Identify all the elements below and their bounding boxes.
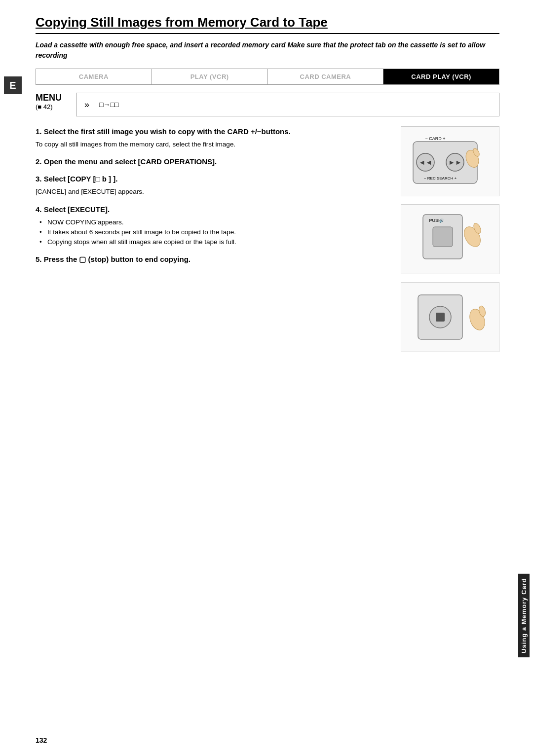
step-1-body: To copy all still images from the memory… bbox=[36, 140, 391, 149]
stop-button-svg bbox=[408, 288, 492, 347]
step-4-bullets: NOW COPYING’appears. It takes about 6 se… bbox=[36, 217, 391, 248]
main-content: Copying Still Images from Memory Card to… bbox=[26, 0, 514, 756]
right-sidebar: Using a Memory Card bbox=[514, 0, 533, 756]
step-2-heading: 2. Open the menu and select [CARD OPERAT… bbox=[36, 156, 391, 167]
svg-rect-12 bbox=[433, 227, 453, 247]
svg-text:►►: ►► bbox=[448, 158, 462, 166]
svg-text:− CARD +: − CARD + bbox=[425, 136, 445, 141]
diagram-stop-button bbox=[401, 282, 499, 352]
step-5-text: Press the ▢ (stop) button to end copying… bbox=[44, 255, 190, 263]
step-4-bullet-1: NOW COPYING’appears. bbox=[39, 217, 391, 227]
diagrams-column: − CARD + ◄◄ ►► − REC SEARCH + bbox=[401, 126, 499, 352]
step-4: 4. Select [EXECUTE]. NOW COPYING’appears… bbox=[36, 204, 391, 248]
step-4-bullet-3: Copying stops when all still images are … bbox=[39, 237, 391, 247]
step-3-number: 3 bbox=[36, 175, 39, 183]
diagram-card-controls: − CARD + ◄◄ ►► − REC SEARCH + bbox=[401, 126, 499, 196]
step-3: 3. Select [COPY [□ b ] ]. [CANCEL] and [… bbox=[36, 174, 391, 197]
tab-camera[interactable]: CAMERA bbox=[36, 69, 152, 84]
page-subtitle: Load a cassette with enough free space, … bbox=[36, 40, 499, 61]
step-1: 1. Select the first still image you wish… bbox=[36, 126, 391, 149]
step-2: 2. Open the menu and select [CARD OPERAT… bbox=[36, 156, 391, 167]
tab-card-camera[interactable]: CARD CAMERA bbox=[268, 69, 384, 84]
menu-arrow-icon: » bbox=[84, 100, 89, 110]
push-button-svg: PUSH 🔊 bbox=[408, 210, 492, 269]
menu-box: » □→□□ bbox=[76, 93, 499, 116]
step-4-bullet-2: It takes about 6 seconds per still image… bbox=[39, 227, 391, 237]
step-5-number: 5 bbox=[36, 255, 39, 263]
step-1-text: Select the first still image you wish to… bbox=[44, 127, 291, 136]
svg-text:🔊: 🔊 bbox=[439, 218, 444, 223]
menu-ref: (■ 42) bbox=[36, 103, 70, 110]
step-3-body: [CANCEL] and [EXECUTE] appears. bbox=[36, 187, 391, 197]
svg-rect-17 bbox=[436, 313, 445, 322]
step-3-heading: 3. Select [COPY [□ b ] ]. bbox=[36, 174, 391, 184]
step-4-text: Select [EXECUTE]. bbox=[44, 205, 110, 214]
step-1-heading: 1. Select the first still image you wish… bbox=[36, 126, 391, 137]
menu-label: MENU bbox=[36, 93, 70, 103]
page-number: 132 bbox=[36, 736, 47, 744]
tab-play-vcr[interactable]: PLAY (VCR) bbox=[152, 69, 268, 84]
steps-column: 1. Select the first still image you wish… bbox=[36, 126, 391, 352]
svg-text:◄◄: ◄◄ bbox=[419, 158, 432, 166]
menu-icon-group: □→□□ bbox=[99, 101, 118, 108]
step-4-heading: 4. Select [EXECUTE]. bbox=[36, 204, 391, 215]
mode-tabs-row: CAMERA PLAY (VCR) CARD CAMERA CARD PLAY … bbox=[36, 69, 499, 85]
sidebar-letter: E bbox=[4, 76, 22, 94]
step-5: 5. Press the ▢ (stop) button to end copy… bbox=[36, 254, 391, 264]
left-sidebar: E bbox=[0, 0, 26, 756]
step-5-heading: 5. Press the ▢ (stop) button to end copy… bbox=[36, 254, 391, 264]
svg-text:− REC SEARCH +: − REC SEARCH + bbox=[424, 176, 457, 180]
content-area: 1. Select the first still image you wish… bbox=[36, 126, 499, 352]
page-title: Copying Still Images from Memory Card to… bbox=[36, 15, 499, 34]
rotated-label: Using a Memory Card bbox=[518, 574, 530, 657]
diagram-push-button: PUSH 🔊 bbox=[401, 204, 499, 274]
menu-row: MENU (■ 42) » □→□□ bbox=[36, 93, 499, 116]
step-1-number: 1 bbox=[36, 127, 39, 136]
step-2-number: 2 bbox=[36, 157, 39, 166]
step-4-number: 4 bbox=[36, 205, 39, 214]
step-2-text: Open the menu and select [CARD OPERATION… bbox=[44, 157, 217, 166]
tab-card-play-vcr[interactable]: CARD PLAY (VCR) bbox=[383, 69, 499, 84]
card-controls-svg: − CARD + ◄◄ ►► − REC SEARCH + bbox=[408, 132, 492, 191]
step-3-text: Select [COPY [□ b ] ]. bbox=[44, 175, 118, 183]
